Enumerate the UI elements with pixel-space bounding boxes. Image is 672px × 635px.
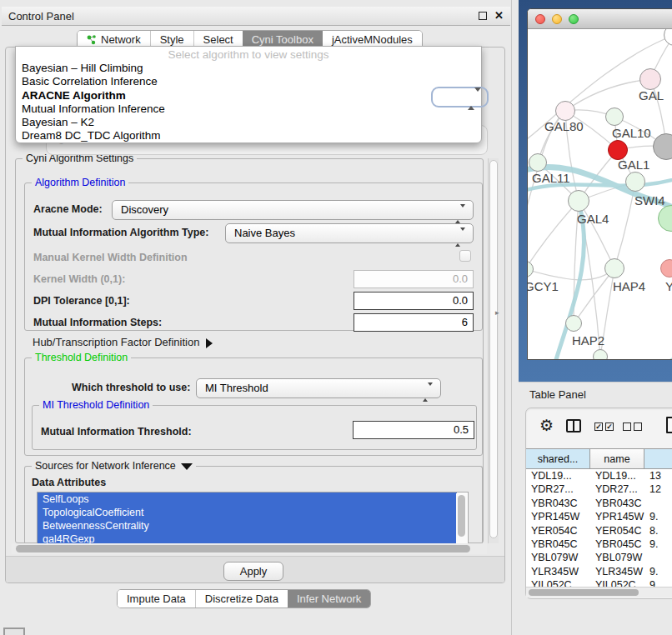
table-cell: YBL079W [590, 551, 644, 564]
network-node[interactable] [555, 101, 575, 121]
network-view-window[interactable]: GALGAL80GAL10GAL1GAL11SWI4GAL4GCY1HAP4YH… [527, 8, 672, 360]
docked-panel-stub[interactable] [3, 628, 25, 635]
table-cell: YER054C [526, 524, 590, 538]
close-panel-icon[interactable]: ✕ [494, 10, 504, 22]
which-threshold-combo[interactable]: MI Threshold [196, 378, 441, 398]
algorithm-popup-item[interactable]: Bayesian – Hill Climbing [16, 62, 481, 75]
algorithm-popup-item[interactable]: Bayesian – K2 [16, 116, 481, 129]
table-row[interactable]: YIL052CYIL052C9. [526, 578, 672, 587]
network-node[interactable] [639, 68, 661, 90]
data-attribute-item[interactable]: BetweennessCentrality [38, 519, 457, 532]
network-node-label: GAL [639, 88, 664, 102]
manual-kernel-checkbox[interactable] [459, 250, 471, 262]
kernel-width-label: Kernel Width (0,1): [33, 273, 125, 285]
network-node-label: GAL11 [532, 171, 570, 185]
column-header-name[interactable]: name [590, 448, 644, 469]
network-node-label: GAL4 [577, 212, 609, 226]
minimize-window-button[interactable] [552, 14, 562, 24]
mi-threshold-field[interactable]: 0.5 [353, 421, 474, 439]
table-cell: YBR043C [590, 497, 644, 510]
hub-definition-toggle[interactable]: Hub/Transcription Factor Definition [33, 336, 213, 348]
bottom-tabbar: Impute Data Discretize Data Infer Networ… [117, 589, 371, 608]
threshold-definition-title: Threshold Definition [32, 352, 131, 363]
zoom-window-button[interactable] [569, 14, 579, 24]
table-row[interactable]: YBR043CYBR043C [526, 497, 672, 510]
network-node[interactable] [625, 172, 645, 192]
table-row[interactable]: YLR345WYLR345W9. [526, 565, 672, 578]
deselect-all-checks-icon[interactable] [623, 422, 642, 431]
document-icon[interactable] [666, 417, 672, 433]
table-cell: YPR145W [526, 510, 590, 523]
table-cell: 8. [644, 524, 672, 538]
table-row[interactable]: YPR145WYPR145W9. [526, 510, 672, 523]
collapse-down-icon[interactable] [181, 463, 193, 470]
mi-threshold-group-title: MI Threshold Definition [39, 399, 153, 411]
data-attribute-item[interactable]: TopologicalCoefficient [38, 506, 457, 519]
split-columns-icon[interactable] [566, 419, 581, 432]
table-row[interactable]: YER054CYER054C8. [526, 524, 672, 538]
control-panel-title: Control Panel [2, 10, 74, 22]
mi-steps-field[interactable]: 6 [354, 313, 474, 332]
algorithm-popup-item[interactable]: Mutual Information Inference [16, 102, 481, 116]
dpi-tolerance-field[interactable]: 0.0 [354, 292, 474, 310]
select-all-checks-icon[interactable]: ✓✓ [594, 422, 614, 431]
table-rows[interactable]: YDL19...YDL19...13YDR27...YDR27...12YBR0… [526, 469, 672, 587]
table-horizontal-scrollbar[interactable] [526, 587, 672, 598]
network-node-label: HAP2 [572, 333, 604, 348]
tab-infer-network[interactable]: Infer Network [288, 590, 370, 608]
algorithm-definition-group: Algorithm Definition Aracne Mode: Discov… [24, 182, 483, 331]
table-panel: Table Panel ⚙ ✓✓ shared... name YDL19...… [519, 382, 672, 635]
apply-button[interactable]: Apply [223, 562, 283, 581]
threshold-definition-group: Threshold Definition Which threshold to … [24, 358, 483, 456]
network-node[interactable] [568, 190, 589, 212]
tab-impute-data[interactable]: Impute Data [118, 590, 195, 608]
close-window-button[interactable] [535, 14, 545, 24]
table-row[interactable]: YBL079WYBL079W [526, 551, 672, 564]
table-cell: YLR345W [590, 565, 644, 578]
kernel-width-field[interactable]: 0.0 [354, 270, 474, 288]
splitter-grip[interactable]: ▸ [495, 308, 499, 317]
table-cell [644, 551, 672, 564]
spinner-arrows-icon [455, 228, 465, 247]
network-node[interactable] [605, 108, 624, 126]
aracne-mode-combo[interactable]: Discovery [112, 200, 474, 220]
column-header-shared[interactable]: shared... [526, 448, 590, 469]
cyni-algorithm-settings-group: Cyni Algorithm Settings Algorithm Defini… [15, 158, 484, 543]
table-cell: YER054C [590, 524, 644, 538]
network-node[interactable] [565, 315, 582, 332]
gear-icon[interactable]: ⚙ [539, 416, 554, 435]
mi-type-combo[interactable]: Naive Bayes [225, 223, 474, 243]
settings-vertical-scrollbar[interactable] [488, 158, 499, 543]
algorithm-definition-title: Algorithm Definition [32, 177, 128, 188]
table-cell: 9. [644, 538, 672, 551]
network-desktop: GALGAL80GAL10GAL1GAL11SWI4GAL4GCY1HAP4YH… [519, 0, 672, 382]
sources-group-title: Sources for Network Inference [32, 460, 196, 472]
float-panel-icon[interactable] [479, 12, 487, 20]
table-row[interactable]: YBR045CYBR045C9. [526, 538, 672, 551]
data-attributes-list[interactable]: SelfLoopsTopologicalCoefficientBetweenne… [37, 492, 469, 545]
table-cell: YDL19... [590, 469, 644, 482]
algorithm-popup-item[interactable]: ARACNE Algorithm [16, 89, 481, 102]
table-cell: 9. [644, 565, 672, 578]
network-node[interactable] [593, 349, 608, 359]
network-node[interactable] [529, 153, 547, 172]
settings-horizontal-scrollbar[interactable] [12, 543, 487, 554]
table-row[interactable]: YDL19...YDL19...13 [526, 469, 672, 482]
attribute-list-scrollbar[interactable] [456, 493, 467, 545]
ghost-combo-ring [431, 87, 489, 108]
table-cell: 9. [644, 510, 672, 523]
table-cell: YBL079W [526, 551, 590, 564]
dpi-tolerance-label: DPI Tolerance [0,1]: [33, 295, 130, 307]
algorithm-popup-item[interactable]: Basic Correlation Inference [16, 75, 481, 88]
network-node[interactable] [604, 258, 624, 278]
column-header-third[interactable] [644, 448, 672, 469]
network-canvas[interactable]: GALGAL80GAL10GAL1GAL11SWI4GAL4GCY1HAP4YH… [528, 29, 672, 359]
tab-discretize-data[interactable]: Discretize Data [195, 590, 288, 608]
data-attribute-item[interactable]: SelfLoops [38, 492, 457, 506]
table-cell: YDR27... [526, 482, 590, 496]
algorithm-popup-item[interactable]: Dream8 DC_TDC Algorithm [16, 129, 481, 142]
network-node-label: GCY1 [528, 279, 559, 293]
expand-right-icon [206, 338, 213, 348]
network-window-titlebar[interactable] [528, 9, 672, 29]
table-row[interactable]: YDR27...YDR27...12 [526, 482, 672, 496]
